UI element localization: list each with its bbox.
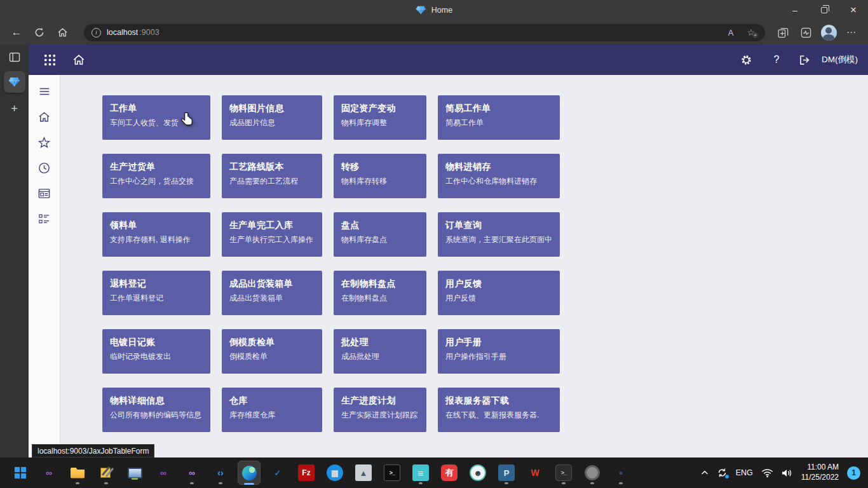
volume-button[interactable] xyxy=(782,468,793,478)
refresh-icon xyxy=(34,27,44,37)
active-tab-title[interactable]: Home xyxy=(416,0,452,20)
tile-7[interactable]: 转移物料库存转移 xyxy=(334,154,426,198)
tile-23[interactable]: 生产进度计划生产实际进度计划跟踪 xyxy=(334,388,426,432)
sidebar-favorites-button[interactable] xyxy=(32,130,57,155)
tab-actions-button[interactable] xyxy=(9,52,20,65)
image-viewer-icon[interactable]: ▲ xyxy=(352,461,375,485)
tile-18[interactable]: 倒模质检单倒模质检单 xyxy=(222,329,322,374)
hamburger-icon xyxy=(38,86,51,97)
sidebar-recent-button[interactable] xyxy=(32,155,57,180)
windows-terminal-icon[interactable]: >_ xyxy=(552,461,575,485)
edge-icon[interactable] xyxy=(238,461,261,485)
tile-16[interactable]: 用户反馈用户反馈 xyxy=(438,271,560,315)
settings-button[interactable] xyxy=(735,49,757,71)
current-user-label[interactable]: DM(倒模) xyxy=(822,54,858,65)
tile-4[interactable]: 简易工作单简易工作单 xyxy=(438,95,560,140)
todo-check-icon[interactable]: ✓ xyxy=(266,461,289,485)
clock-time: 11:00 AM xyxy=(801,463,839,473)
favorite-plus-icon: + xyxy=(752,32,758,38)
tile-24[interactable]: 报表服务器下载在线下载、更新报表服务器. xyxy=(438,388,560,432)
sidebar-forms-button[interactable] xyxy=(32,180,57,206)
tile-19[interactable]: 批处理成品批处理 xyxy=(334,329,426,374)
tile-13[interactable]: 退料登记工作单退料登记 xyxy=(102,271,210,315)
overflow-app-icon[interactable]: ● xyxy=(609,461,632,485)
status-url-bubble: localhost:9003/JaxJobTableForm xyxy=(32,444,154,458)
database-tool-icon[interactable]: P xyxy=(495,461,518,485)
recorder-app-icon[interactable] xyxy=(581,461,604,485)
tile-15[interactable]: 在制物料盘点在制物料盘点 xyxy=(334,271,426,315)
tile-20[interactable]: 用户手册用户操作指引手册 xyxy=(438,329,560,374)
filezilla-icon[interactable]: Fz xyxy=(295,461,318,485)
gem-favicon-icon xyxy=(8,77,20,87)
app-home-button[interactable] xyxy=(68,49,90,71)
site-info-icon[interactable]: i xyxy=(92,28,101,37)
notepad-icon[interactable]: ≡ xyxy=(409,461,432,485)
address-bar[interactable]: i localhost :9003 A ☆+ xyxy=(84,24,765,41)
sidebar-menu-button[interactable] xyxy=(32,79,57,104)
tile-21[interactable]: 物料详细信息公司所有物料的编码等信息 xyxy=(102,388,210,432)
windows-start-icon[interactable] xyxy=(9,461,32,485)
tile-8[interactable]: 物料进销存工作中心和仓库物料进销存 xyxy=(438,154,560,198)
taskbar: ∞∞∞‹›✓Fz▦▲>_≡有☻PW>_● ENG 11:00 AM 11/25/… xyxy=(0,458,868,488)
file-explorer-icon[interactable] xyxy=(66,461,89,485)
tile-subtitle: 临时记录电镀发出 xyxy=(110,351,203,362)
visual-studio-2-icon[interactable]: ∞ xyxy=(152,461,175,485)
sidebar-home-button[interactable] xyxy=(32,104,57,130)
tile-3[interactable]: 固定资产变动物料库存调整 xyxy=(334,95,426,140)
minimize-button[interactable]: – xyxy=(780,0,810,20)
notification-badge[interactable]: 1 xyxy=(847,466,860,480)
app-launcher-button[interactable] xyxy=(39,49,60,71)
tile-11[interactable]: 盘点物料库存盘点 xyxy=(334,212,426,257)
back-button[interactable]: ← xyxy=(5,23,28,42)
youdao-dict-icon[interactable]: 有 xyxy=(438,461,461,485)
collections-button[interactable] xyxy=(771,23,794,42)
tile-10[interactable]: 生产单完工入库生产单执行完工入库操作 xyxy=(222,212,322,257)
star-icon xyxy=(37,136,51,149)
settings-menu-button[interactable]: ⋯ xyxy=(840,23,863,42)
panda-app-icon[interactable]: ☻ xyxy=(466,461,489,485)
chevron-up-icon xyxy=(701,470,709,475)
help-button[interactable]: ? xyxy=(766,49,787,71)
clock[interactable]: 11:00 AM 11/25/2022 xyxy=(801,463,839,482)
new-tab-button[interactable]: + xyxy=(11,102,18,116)
tile-6[interactable]: 工艺路线版本产品需要的工艺流程 xyxy=(222,154,322,198)
docker-icon[interactable]: ▦ xyxy=(323,461,346,485)
tile-9[interactable]: 领料单支持库存领料, 退料操作 xyxy=(102,212,210,257)
active-vertical-tab[interactable] xyxy=(4,71,25,93)
cmd-icon[interactable]: >_ xyxy=(381,461,403,485)
youdao-dict-glyph: 有 xyxy=(441,464,458,481)
visual-studio-icon[interactable]: ∞ xyxy=(37,461,60,485)
logout-button[interactable] xyxy=(794,49,815,71)
tile-2[interactable]: 物料图片信息成品图片信息 xyxy=(222,95,322,140)
tile-title: 领料单 xyxy=(110,220,203,231)
home-button[interactable] xyxy=(51,23,74,42)
remote-desktop-icon[interactable] xyxy=(123,461,146,485)
wps-office-icon[interactable]: W xyxy=(524,461,546,485)
tray-update-button[interactable] xyxy=(717,468,728,478)
tile-5[interactable]: 生产过货单工作中心之间，货品交接 xyxy=(102,154,210,198)
tile-subtitle: 在线下载、更新报表服务器. xyxy=(445,410,552,421)
tile-subtitle: 工作单退料登记 xyxy=(110,293,203,304)
visual-studio-3-icon[interactable]: ∞ xyxy=(180,461,203,485)
tile-12[interactable]: 订单查询系统查询，主要汇聚在此页面中 xyxy=(438,212,560,257)
language-indicator[interactable]: ENG xyxy=(736,468,753,477)
browser-essentials-button[interactable] xyxy=(794,23,817,42)
restore-button[interactable] xyxy=(810,0,839,20)
app-home-icon xyxy=(72,54,85,65)
vscode-icon[interactable]: ‹› xyxy=(209,461,232,485)
tile-14[interactable]: 成品出货装箱单成品出货装箱单 xyxy=(222,271,322,315)
setup-tool-icon[interactable] xyxy=(95,461,118,485)
tray-chevron-button[interactable] xyxy=(701,470,709,475)
tile-22[interactable]: 仓库库存维度仓库 xyxy=(222,388,322,432)
favorite-button[interactable]: ☆+ xyxy=(743,27,759,37)
refresh-button[interactable] xyxy=(28,23,51,42)
tile-17[interactable]: 电镀日记账临时记录电镀发出 xyxy=(102,329,210,374)
window-icon xyxy=(37,187,51,200)
network-button[interactable] xyxy=(761,468,773,478)
profile-button[interactable] xyxy=(817,23,840,42)
tile-grid: 工作单车间工人收货、发货物料图片信息成品图片信息固定资产变动物料库存调整简易工作… xyxy=(102,95,868,432)
database-tool-glyph: P xyxy=(498,464,515,481)
close-button[interactable]: × xyxy=(839,0,868,20)
read-aloud-button[interactable]: A xyxy=(724,28,738,37)
sidebar-tasklist-button[interactable] xyxy=(32,206,57,231)
